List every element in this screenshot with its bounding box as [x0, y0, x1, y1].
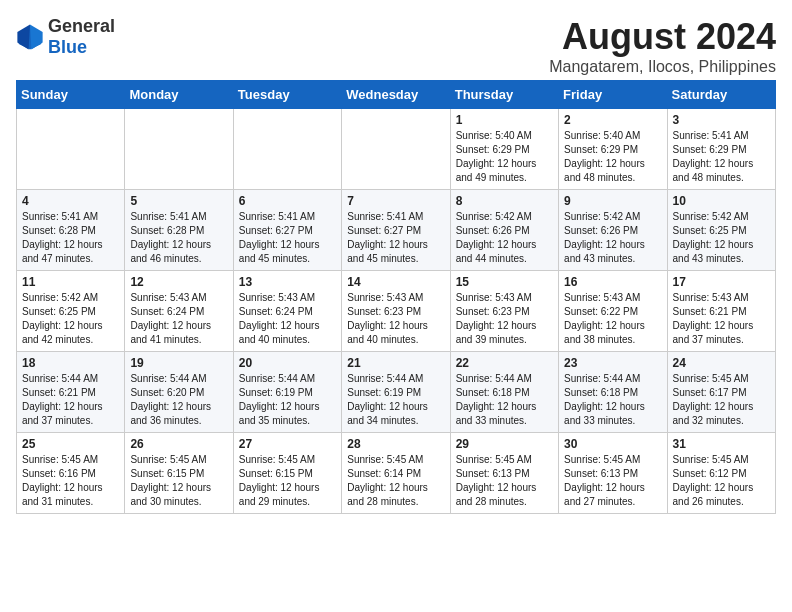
day-header-monday: Monday	[125, 81, 233, 109]
calendar-cell: 24Sunrise: 5:45 AM Sunset: 6:17 PM Dayli…	[667, 352, 775, 433]
day-number: 28	[347, 437, 444, 451]
calendar-cell: 27Sunrise: 5:45 AM Sunset: 6:15 PM Dayli…	[233, 433, 341, 514]
day-number: 16	[564, 275, 661, 289]
day-info: Sunrise: 5:41 AM Sunset: 6:29 PM Dayligh…	[673, 129, 770, 185]
day-info: Sunrise: 5:41 AM Sunset: 6:27 PM Dayligh…	[347, 210, 444, 266]
title-block: August 2024 Mangatarem, Ilocos, Philippi…	[549, 16, 776, 76]
day-number: 25	[22, 437, 119, 451]
day-number: 9	[564, 194, 661, 208]
calendar-cell: 22Sunrise: 5:44 AM Sunset: 6:18 PM Dayli…	[450, 352, 558, 433]
day-header-thursday: Thursday	[450, 81, 558, 109]
calendar-cell: 1Sunrise: 5:40 AM Sunset: 6:29 PM Daylig…	[450, 109, 558, 190]
day-number: 13	[239, 275, 336, 289]
day-number: 22	[456, 356, 553, 370]
logo: General Blue	[16, 16, 115, 58]
calendar-cell: 5Sunrise: 5:41 AM Sunset: 6:28 PM Daylig…	[125, 190, 233, 271]
calendar-cell: 12Sunrise: 5:43 AM Sunset: 6:24 PM Dayli…	[125, 271, 233, 352]
calendar-cell: 25Sunrise: 5:45 AM Sunset: 6:16 PM Dayli…	[17, 433, 125, 514]
day-number: 14	[347, 275, 444, 289]
day-number: 15	[456, 275, 553, 289]
calendar-cell: 23Sunrise: 5:44 AM Sunset: 6:18 PM Dayli…	[559, 352, 667, 433]
location-title: Mangatarem, Ilocos, Philippines	[549, 58, 776, 76]
day-info: Sunrise: 5:45 AM Sunset: 6:13 PM Dayligh…	[456, 453, 553, 509]
day-info: Sunrise: 5:40 AM Sunset: 6:29 PM Dayligh…	[456, 129, 553, 185]
calendar-cell	[17, 109, 125, 190]
day-info: Sunrise: 5:45 AM Sunset: 6:17 PM Dayligh…	[673, 372, 770, 428]
day-header-wednesday: Wednesday	[342, 81, 450, 109]
day-info: Sunrise: 5:43 AM Sunset: 6:24 PM Dayligh…	[130, 291, 227, 347]
calendar-cell: 29Sunrise: 5:45 AM Sunset: 6:13 PM Dayli…	[450, 433, 558, 514]
day-number: 17	[673, 275, 770, 289]
calendar-week-row: 25Sunrise: 5:45 AM Sunset: 6:16 PM Dayli…	[17, 433, 776, 514]
day-number: 1	[456, 113, 553, 127]
day-number: 21	[347, 356, 444, 370]
day-info: Sunrise: 5:42 AM Sunset: 6:25 PM Dayligh…	[673, 210, 770, 266]
calendar-cell: 14Sunrise: 5:43 AM Sunset: 6:23 PM Dayli…	[342, 271, 450, 352]
day-info: Sunrise: 5:44 AM Sunset: 6:21 PM Dayligh…	[22, 372, 119, 428]
calendar-week-row: 18Sunrise: 5:44 AM Sunset: 6:21 PM Dayli…	[17, 352, 776, 433]
calendar-week-row: 1Sunrise: 5:40 AM Sunset: 6:29 PM Daylig…	[17, 109, 776, 190]
day-header-tuesday: Tuesday	[233, 81, 341, 109]
day-info: Sunrise: 5:44 AM Sunset: 6:19 PM Dayligh…	[347, 372, 444, 428]
calendar-week-row: 4Sunrise: 5:41 AM Sunset: 6:28 PM Daylig…	[17, 190, 776, 271]
day-number: 10	[673, 194, 770, 208]
calendar-cell: 13Sunrise: 5:43 AM Sunset: 6:24 PM Dayli…	[233, 271, 341, 352]
day-number: 31	[673, 437, 770, 451]
day-number: 5	[130, 194, 227, 208]
day-info: Sunrise: 5:45 AM Sunset: 6:16 PM Dayligh…	[22, 453, 119, 509]
day-number: 20	[239, 356, 336, 370]
calendar-table: SundayMondayTuesdayWednesdayThursdayFrid…	[16, 80, 776, 514]
calendar-cell: 17Sunrise: 5:43 AM Sunset: 6:21 PM Dayli…	[667, 271, 775, 352]
logo-text: General Blue	[48, 16, 115, 58]
calendar-cell: 9Sunrise: 5:42 AM Sunset: 6:26 PM Daylig…	[559, 190, 667, 271]
day-info: Sunrise: 5:43 AM Sunset: 6:22 PM Dayligh…	[564, 291, 661, 347]
day-info: Sunrise: 5:45 AM Sunset: 6:12 PM Dayligh…	[673, 453, 770, 509]
day-number: 4	[22, 194, 119, 208]
calendar-cell: 10Sunrise: 5:42 AM Sunset: 6:25 PM Dayli…	[667, 190, 775, 271]
day-info: Sunrise: 5:43 AM Sunset: 6:23 PM Dayligh…	[456, 291, 553, 347]
day-info: Sunrise: 5:43 AM Sunset: 6:21 PM Dayligh…	[673, 291, 770, 347]
day-info: Sunrise: 5:45 AM Sunset: 6:15 PM Dayligh…	[130, 453, 227, 509]
day-number: 6	[239, 194, 336, 208]
day-info: Sunrise: 5:43 AM Sunset: 6:23 PM Dayligh…	[347, 291, 444, 347]
day-info: Sunrise: 5:44 AM Sunset: 6:18 PM Dayligh…	[456, 372, 553, 428]
calendar-cell: 15Sunrise: 5:43 AM Sunset: 6:23 PM Dayli…	[450, 271, 558, 352]
calendar-cell: 8Sunrise: 5:42 AM Sunset: 6:26 PM Daylig…	[450, 190, 558, 271]
calendar-cell	[233, 109, 341, 190]
calendar-cell: 11Sunrise: 5:42 AM Sunset: 6:25 PM Dayli…	[17, 271, 125, 352]
calendar-cell: 28Sunrise: 5:45 AM Sunset: 6:14 PM Dayli…	[342, 433, 450, 514]
svg-marker-2	[17, 24, 30, 49]
logo-icon	[16, 23, 44, 51]
day-info: Sunrise: 5:44 AM Sunset: 6:20 PM Dayligh…	[130, 372, 227, 428]
day-number: 7	[347, 194, 444, 208]
day-header-saturday: Saturday	[667, 81, 775, 109]
day-info: Sunrise: 5:41 AM Sunset: 6:28 PM Dayligh…	[130, 210, 227, 266]
day-info: Sunrise: 5:45 AM Sunset: 6:13 PM Dayligh…	[564, 453, 661, 509]
calendar-header-row: SundayMondayTuesdayWednesdayThursdayFrid…	[17, 81, 776, 109]
day-number: 30	[564, 437, 661, 451]
day-number: 11	[22, 275, 119, 289]
calendar-cell: 30Sunrise: 5:45 AM Sunset: 6:13 PM Dayli…	[559, 433, 667, 514]
page-header: General Blue August 2024 Mangatarem, Ilo…	[16, 16, 776, 76]
calendar-cell	[125, 109, 233, 190]
day-info: Sunrise: 5:43 AM Sunset: 6:24 PM Dayligh…	[239, 291, 336, 347]
calendar-cell: 26Sunrise: 5:45 AM Sunset: 6:15 PM Dayli…	[125, 433, 233, 514]
day-number: 19	[130, 356, 227, 370]
day-header-sunday: Sunday	[17, 81, 125, 109]
day-info: Sunrise: 5:41 AM Sunset: 6:27 PM Dayligh…	[239, 210, 336, 266]
calendar-cell: 6Sunrise: 5:41 AM Sunset: 6:27 PM Daylig…	[233, 190, 341, 271]
day-header-friday: Friday	[559, 81, 667, 109]
day-info: Sunrise: 5:45 AM Sunset: 6:15 PM Dayligh…	[239, 453, 336, 509]
calendar-cell: 7Sunrise: 5:41 AM Sunset: 6:27 PM Daylig…	[342, 190, 450, 271]
calendar-cell: 16Sunrise: 5:43 AM Sunset: 6:22 PM Dayli…	[559, 271, 667, 352]
day-info: Sunrise: 5:40 AM Sunset: 6:29 PM Dayligh…	[564, 129, 661, 185]
day-number: 3	[673, 113, 770, 127]
day-number: 12	[130, 275, 227, 289]
day-info: Sunrise: 5:42 AM Sunset: 6:26 PM Dayligh…	[564, 210, 661, 266]
logo-general: General	[48, 16, 115, 36]
calendar-cell: 18Sunrise: 5:44 AM Sunset: 6:21 PM Dayli…	[17, 352, 125, 433]
month-title: August 2024	[549, 16, 776, 58]
logo-blue: Blue	[48, 37, 87, 57]
day-number: 8	[456, 194, 553, 208]
calendar-cell	[342, 109, 450, 190]
